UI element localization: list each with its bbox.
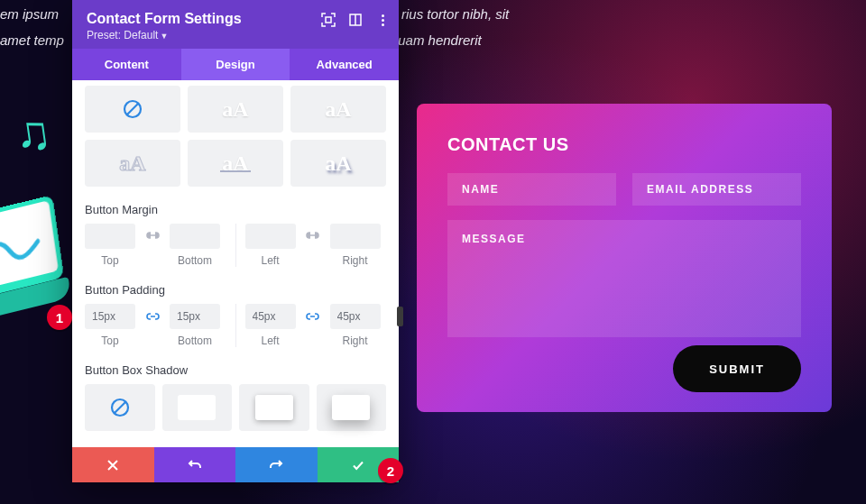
shadow-option[interactable] — [239, 384, 309, 431]
margin-right-input[interactable] — [330, 224, 381, 249]
shadow-option[interactable] — [162, 384, 233, 431]
section-button-padding: Button Padding — [85, 283, 386, 297]
text-style-option[interactable]: aA — [290, 140, 386, 187]
tab-design[interactable]: Design — [181, 49, 290, 80]
annotation-badge-1: 1 — [47, 305, 72, 330]
submit-button[interactable]: SUBMIT — [673, 345, 801, 392]
text-style-option[interactable]: aA — [188, 140, 283, 187]
margin-bottom-input[interactable] — [170, 224, 220, 249]
link-horizontal-icon[interactable] — [298, 304, 328, 329]
section-button-margin: Button Margin — [85, 203, 386, 216]
margin-top-input[interactable] — [85, 224, 135, 249]
annotation-badge-2: 2 — [378, 458, 403, 483]
none-icon — [123, 99, 143, 119]
tab-content[interactable]: Content — [72, 49, 181, 80]
padding-left-input[interactable] — [245, 304, 296, 329]
margin-left-input[interactable] — [245, 224, 296, 249]
contact-form-card: CONTACT US SUBMIT — [417, 104, 832, 412]
email-field[interactable] — [632, 173, 801, 206]
shadow-option[interactable] — [317, 384, 387, 431]
tab-bar: Content Design Advanced — [72, 49, 399, 80]
panel-resize-handle[interactable] — [397, 307, 403, 326]
chevron-down-icon: ▼ — [160, 32, 168, 41]
none-icon — [110, 398, 130, 417]
svg-rect-0 — [326, 17, 331, 23]
music-note-icon: ♫ — [11, 102, 55, 162]
svg-line-6 — [114, 402, 125, 414]
text-style-grid: aA aA aA aA aA — [85, 86, 386, 187]
name-field[interactable] — [447, 173, 616, 206]
redo-button[interactable] — [235, 447, 318, 482]
padding-controls: TopBottom LeftRight — [85, 304, 386, 347]
text-style-none[interactable] — [85, 86, 180, 133]
text-style-option[interactable]: aA — [290, 86, 386, 133]
settings-panel: Contact Form Settings Preset: Default▼ C… — [72, 0, 399, 482]
panel-scroll-area: aA aA aA aA aA Button Margin TopBottom — [72, 80, 399, 447]
link-vertical-icon[interactable] — [137, 304, 168, 329]
contact-heading: CONTACT US — [447, 134, 801, 155]
panel-header: Contact Form Settings Preset: Default▼ — [72, 0, 399, 49]
box-shadow-grid — [85, 384, 386, 431]
panel-action-bar — [72, 447, 399, 482]
text-style-option[interactable]: aA — [85, 140, 180, 187]
undo-button[interactable] — [154, 447, 236, 482]
text-style-option[interactable]: aA — [188, 86, 283, 133]
target-icon[interactable] — [321, 13, 336, 27]
columns-icon[interactable] — [348, 13, 363, 27]
shadow-none[interactable] — [85, 384, 155, 431]
message-field[interactable] — [447, 220, 801, 337]
preset-selector[interactable]: Preset: Default▼ — [87, 29, 384, 41]
tab-advanced[interactable]: Advanced — [290, 49, 399, 80]
link-horizontal-icon[interactable] — [298, 224, 328, 249]
padding-right-input[interactable] — [330, 304, 381, 329]
more-menu-icon[interactable] — [375, 13, 390, 27]
link-vertical-icon[interactable] — [137, 224, 168, 249]
margin-controls: TopBottom LeftRight — [85, 224, 386, 267]
cancel-button[interactable] — [72, 447, 154, 482]
section-box-shadow: Button Box Shadow — [85, 363, 386, 377]
padding-top-input[interactable] — [85, 304, 135, 329]
padding-bottom-input[interactable] — [170, 304, 220, 329]
svg-line-4 — [127, 104, 139, 115]
